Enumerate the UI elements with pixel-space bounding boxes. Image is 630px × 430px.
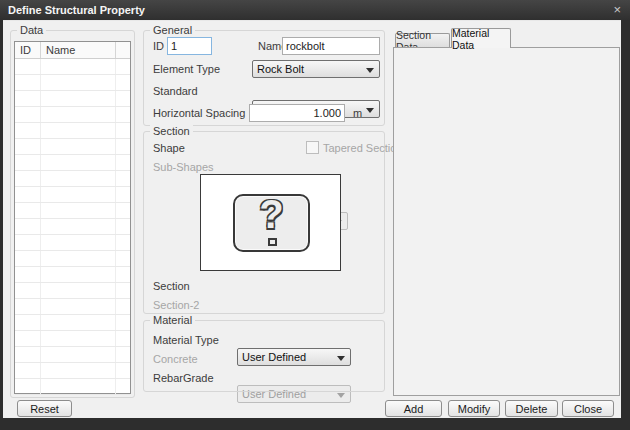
delete-button[interactable]: Delete xyxy=(505,400,558,417)
section2-label: Section-2 xyxy=(153,296,199,314)
element-type-select[interactable]: Rock Bolt xyxy=(252,60,380,78)
general-group-label: General xyxy=(150,24,195,36)
list-row xyxy=(15,155,130,171)
list-row xyxy=(15,267,130,283)
data-group-label: Data xyxy=(17,24,46,36)
list-row xyxy=(15,171,130,187)
element-type-value: Rock Bolt xyxy=(257,63,304,75)
list-row xyxy=(15,235,130,251)
list-row xyxy=(15,283,130,299)
horizontal-spacing-label: Horizontal Spacing xyxy=(153,104,245,122)
list-row xyxy=(15,251,130,267)
name-input[interactable] xyxy=(282,37,380,55)
list-row xyxy=(15,379,130,395)
section-preview: ? xyxy=(200,174,341,271)
horizontal-spacing-input[interactable] xyxy=(249,104,345,122)
list-row xyxy=(15,107,130,123)
standard-label: Standard xyxy=(153,82,198,100)
close-button[interactable]: Close xyxy=(562,400,614,417)
section-group-label: Section xyxy=(150,125,193,137)
section-select-label: Section xyxy=(153,277,190,295)
question-mark-icon: ? xyxy=(233,194,310,252)
id-label: ID xyxy=(153,37,164,55)
list-rows xyxy=(15,59,130,395)
modify-button[interactable]: Modify xyxy=(448,400,500,417)
dialog-body: Data ID Name Reset General ID Name Eleme… xyxy=(3,20,621,418)
id-input[interactable] xyxy=(167,37,212,55)
material-type-label: Material Type xyxy=(153,331,219,349)
title-bar[interactable]: Define Structural Property × xyxy=(0,0,630,20)
list-header: ID Name xyxy=(15,42,130,59)
material-group-label: Material xyxy=(150,314,195,326)
list-row xyxy=(15,363,130,379)
list-col-name[interactable]: Name xyxy=(41,42,116,58)
list-row xyxy=(15,59,130,75)
tab-material-data[interactable]: Material Data xyxy=(451,28,511,48)
spacing-unit-label: m xyxy=(353,104,362,122)
list-row xyxy=(15,139,130,155)
list-col-id[interactable]: ID xyxy=(15,42,41,58)
list-row xyxy=(15,315,130,331)
close-icon[interactable]: × xyxy=(613,0,621,19)
window-title: Define Structural Property xyxy=(8,0,145,20)
chevron-down-icon xyxy=(366,68,374,73)
chevron-down-icon xyxy=(366,108,374,113)
tab-section-data[interactable]: Section Data xyxy=(395,33,450,48)
add-button[interactable]: Add xyxy=(385,400,442,417)
list-col-extra xyxy=(116,42,130,58)
tapered-section-checkbox xyxy=(306,141,319,154)
element-type-label: Element Type xyxy=(153,60,220,78)
reset-button[interactable]: Reset xyxy=(17,400,72,417)
material-data-panel xyxy=(393,47,620,396)
chevron-down-icon xyxy=(337,393,345,398)
list-row xyxy=(15,75,130,91)
tapered-section-label: Tapered Section xyxy=(323,139,403,157)
list-row xyxy=(15,187,130,203)
concrete-label: Concrete xyxy=(153,350,198,368)
shape-label: Shape xyxy=(153,139,185,157)
list-row xyxy=(15,123,130,139)
property-list[interactable]: ID Name xyxy=(14,41,131,394)
dialog-window: Define Structural Property × Data ID Nam… xyxy=(0,0,630,430)
list-row xyxy=(15,299,130,315)
list-row xyxy=(15,347,130,363)
list-row xyxy=(15,331,130,347)
rebargrade-label: RebarGrade xyxy=(153,369,214,387)
list-row xyxy=(15,203,130,219)
list-row xyxy=(15,91,130,107)
list-row xyxy=(15,219,130,235)
